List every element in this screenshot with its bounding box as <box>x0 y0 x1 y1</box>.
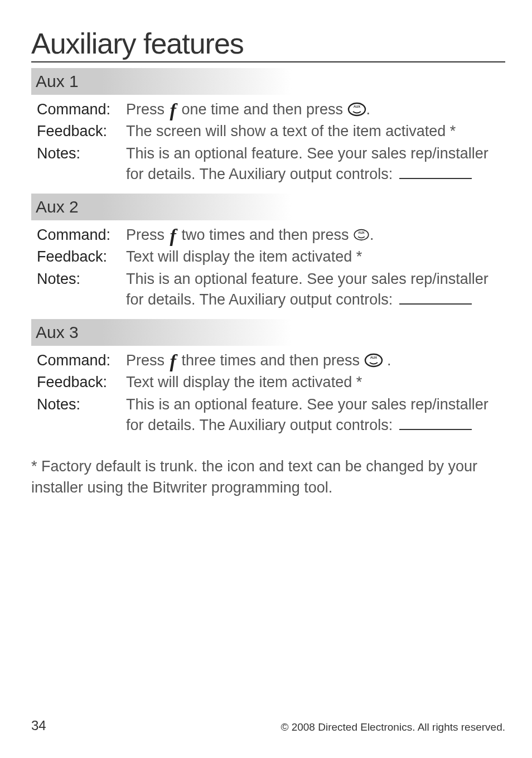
feedback-label: Feedback: <box>37 372 126 393</box>
svg-text:AUX: AUX <box>370 356 377 359</box>
notes-label: Notes: <box>37 394 126 415</box>
page-number: 34 <box>31 718 46 733</box>
aux-button-icon: AUX <box>353 229 370 241</box>
command-label: Command: <box>37 350 126 371</box>
feedback-row: Feedback: Text will display the item act… <box>37 372 505 393</box>
section-body-aux2: Command: Press f two times and then pres… <box>31 225 505 319</box>
command-value: Press f three times and then press AUX . <box>126 350 505 371</box>
section-body-aux3: Command: Press f three times and then pr… <box>31 350 505 445</box>
command-value: Press f two times and then press AUX . <box>126 225 505 245</box>
notes-row: Notes: This is an optional feature. See … <box>37 269 505 311</box>
section-body-aux1: Command: Press f one time and then press… <box>31 99 505 194</box>
feedback-label: Feedback: <box>37 247 126 267</box>
notes-label: Notes: <box>37 269 126 289</box>
command-row: Command: Press f one time and then press… <box>37 99 505 120</box>
notes-value: This is an optional feature. See your sa… <box>126 143 505 185</box>
section-header-aux2: Aux 2 <box>31 194 505 220</box>
fill-in-blank <box>399 291 472 304</box>
feedback-row: Feedback: The screen will show a text of… <box>37 121 505 142</box>
feedback-value: Text will display the item activated * <box>126 247 505 267</box>
feedback-row: Feedback: Text will display the item act… <box>37 247 505 267</box>
command-row: Command: Press f three times and then pr… <box>37 350 505 371</box>
function-key-icon: f <box>169 103 177 118</box>
notes-row: Notes: This is an optional feature. See … <box>37 394 505 436</box>
feedback-value: The screen will show a text of the item … <box>126 121 505 142</box>
aux-button-icon: AUX <box>347 102 366 117</box>
notes-label: Notes: <box>37 143 126 164</box>
notes-value: This is an optional feature. See your sa… <box>126 394 505 436</box>
command-value: Press f one time and then press AUX . <box>126 99 505 120</box>
footnote: * Factory default is trunk. the icon and… <box>31 456 505 499</box>
fill-in-blank <box>399 416 472 429</box>
feedback-label: Feedback: <box>37 121 126 142</box>
svg-text:AUX: AUX <box>353 105 360 108</box>
notes-row: Notes: This is an optional feature. See … <box>37 143 505 185</box>
svg-text:AUX: AUX <box>358 231 365 234</box>
section-header-aux1: Aux 1 <box>31 68 505 95</box>
copyright-text: © 2008 Directed Electronics. All rights … <box>280 721 505 733</box>
function-key-icon: f <box>169 354 177 369</box>
command-label: Command: <box>37 99 126 120</box>
command-row: Command: Press f two times and then pres… <box>37 225 505 245</box>
section-header-aux3: Aux 3 <box>31 319 505 346</box>
function-key-icon: f <box>169 228 177 243</box>
command-label: Command: <box>37 225 126 245</box>
feedback-value: Text will display the item activated * <box>126 372 505 393</box>
page-footer: 34 © 2008 Directed Electronics. All righ… <box>31 718 505 733</box>
notes-value: This is an optional feature. See your sa… <box>126 269 505 311</box>
fill-in-blank <box>399 165 472 178</box>
aux-button-icon: AUX <box>364 353 383 368</box>
page-title: Auxiliary features <box>31 27 505 62</box>
